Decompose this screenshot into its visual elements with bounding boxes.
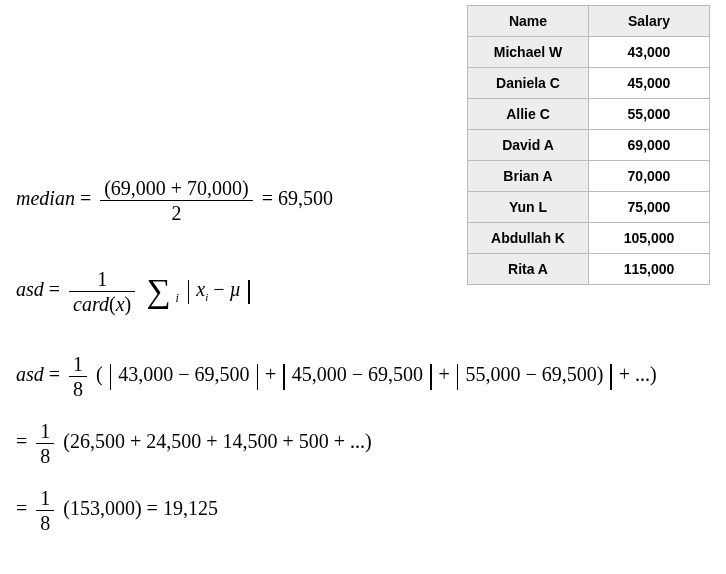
val: 69,500 (542, 363, 597, 385)
cell-name: Michael W (468, 37, 589, 68)
abs-bar-icon (248, 280, 250, 304)
val: 43,000 (118, 363, 173, 385)
abs-bar-icon (610, 364, 612, 390)
equals-sign: = (80, 187, 91, 209)
table-row: David A69,000 (468, 130, 710, 161)
cell-salary: 45,000 (589, 68, 710, 99)
val: 55,000 (465, 363, 520, 385)
asd-label: asd (16, 363, 44, 385)
cell-salary: 69,000 (589, 130, 710, 161)
frac-num: 1 (36, 419, 54, 444)
cell-salary: 115,000 (589, 254, 710, 285)
cell-salary: 55,000 (589, 99, 710, 130)
final-paren: (153,000) (63, 497, 141, 519)
abs-bar-icon (430, 364, 432, 390)
table-row: Yun L75,000 (468, 192, 710, 223)
table-header-name: Name (468, 6, 589, 37)
minus-sign: − (525, 363, 536, 385)
equals-sign: = (16, 497, 27, 519)
minus-sign: − (213, 278, 224, 300)
asd-result: 19,125 (163, 497, 218, 519)
cell-salary: 105,000 (589, 223, 710, 254)
one-eighth-fraction: 1 8 (36, 419, 54, 468)
cell-name: Allie C (468, 99, 589, 130)
mu-term: µ (230, 278, 242, 300)
cell-name: Yun L (468, 192, 589, 223)
table-header-salary: Salary (589, 6, 710, 37)
salary-table: Name Salary Michael W43,000 Daniela C45,… (467, 5, 710, 285)
median-result: 69,500 (278, 187, 333, 209)
val: 69,500 (195, 363, 250, 385)
table-row: Allie C55,000 (468, 99, 710, 130)
card-arg: x (116, 293, 125, 315)
median-label: median (16, 187, 75, 209)
abs-bar-icon (110, 364, 112, 390)
cell-salary: 70,000 (589, 161, 710, 192)
abs-bar-icon (457, 364, 459, 390)
asd-denominator: card(x) (69, 292, 135, 316)
asd-numerator: 1 (69, 267, 135, 292)
minus-sign: − (178, 363, 189, 385)
frac-den: 8 (36, 444, 54, 468)
one-eighth-fraction: 1 8 (36, 486, 54, 535)
summation-icon: ∑ i (146, 277, 179, 307)
equals-sign: = (262, 187, 273, 209)
table-row: Daniela C45,000 (468, 68, 710, 99)
median-fraction: (69,000 + 70,000) 2 (100, 176, 253, 225)
equals-sign: = (49, 363, 60, 385)
frac-den: 8 (36, 511, 54, 535)
asd-final-equation: = 1 8 (153,000) = 19,125 (16, 486, 710, 535)
asd-label: asd (16, 278, 44, 300)
cell-name: David A (468, 130, 589, 161)
abs-bar-icon (283, 364, 285, 390)
table-row: Michael W43,000 (468, 37, 710, 68)
abs-bar-icon (188, 280, 190, 304)
asd-plugged-equation: asd = 1 8 ( 43,000 − 69,500 + 45,000 − 6… (16, 352, 710, 401)
cell-salary: 43,000 (589, 37, 710, 68)
table-row: Rita A115,000 (468, 254, 710, 285)
frac-num: 1 (69, 352, 87, 377)
equals-sign: = (49, 278, 60, 300)
one-eighth-fraction: 1 8 (69, 352, 87, 401)
asd-diffs-equation: = 1 8 (26,500 + 24,500 + 14,500 + 500 + … (16, 419, 710, 468)
table-row: Abdullah K105,000 (468, 223, 710, 254)
val: 45,000 (292, 363, 347, 385)
plus-sign: + (265, 363, 276, 385)
card-label: card (73, 293, 109, 315)
diffs-paren: (26,500 + 24,500 + 14,500 + 500 + ...) (63, 430, 371, 452)
equals-sign: = (147, 497, 158, 519)
cell-name: Rita A (468, 254, 589, 285)
tail: + ...) (619, 363, 657, 385)
median-numerator: (69,000 + 70,000) (100, 176, 253, 201)
minus-sign: − (352, 363, 363, 385)
xi-term: xi (196, 278, 208, 300)
val: 69,500 (368, 363, 423, 385)
median-denominator: 2 (100, 201, 253, 225)
frac-den: 8 (69, 377, 87, 401)
frac-num: 1 (36, 486, 54, 511)
cell-name: Daniela C (468, 68, 589, 99)
table-row: Brian A70,000 (468, 161, 710, 192)
cell-name: Abdullah K (468, 223, 589, 254)
abs-bar-icon (257, 364, 259, 390)
plus-sign: + (439, 363, 450, 385)
cell-salary: 75,000 (589, 192, 710, 223)
cell-name: Brian A (468, 161, 589, 192)
equals-sign: = (16, 430, 27, 452)
asd-fraction: 1 card(x) (69, 267, 135, 316)
